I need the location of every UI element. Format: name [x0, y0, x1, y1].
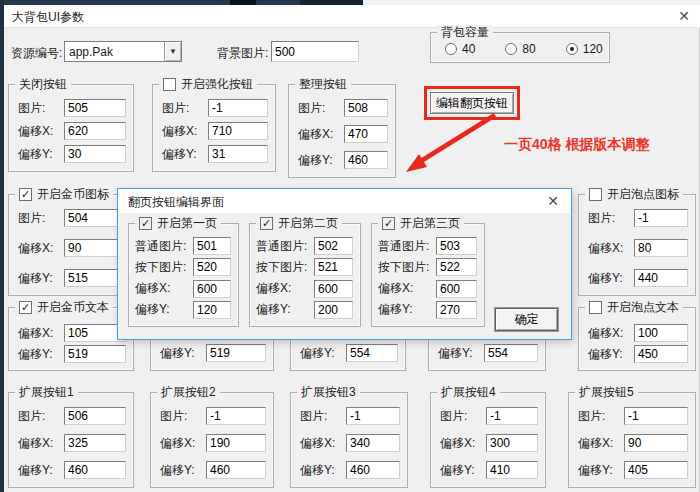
capacity-option-40[interactable]: 40 [445, 42, 475, 56]
capacity-option-80[interactable]: 80 [505, 42, 535, 56]
modal-close-icon[interactable]: ✕ [547, 193, 559, 209]
group-paodian-text: 开启泡点文本 偏移X: 偏移Y: [578, 307, 696, 371]
ok-button[interactable]: 确定 [495, 308, 558, 331]
normal-image-input[interactable] [314, 237, 353, 255]
group-coin-text: 开启金币文本 偏移X: 偏移Y: [8, 307, 134, 371]
offset-y-input[interactable] [206, 461, 266, 479]
offset-x-input[interactable] [634, 324, 688, 342]
group-close-button: 关闭按钮 图片: 偏移X: 偏移Y: [8, 84, 134, 172]
offset-y-input[interactable] [64, 345, 126, 363]
modal-page-button-editor: 翻页按钮编辑界面 ✕ 开启第一页 普通图片: 按下图片: 偏移X: 偏移Y: 开… [117, 188, 572, 340]
group-capacity: 背包容量 40 80 120 [430, 32, 610, 63]
normal-image-input[interactable] [193, 237, 231, 255]
offset-x-input[interactable] [344, 125, 388, 143]
resource-combobox[interactable]: app.Pak ▼ [64, 41, 182, 62]
offset-x-input[interactable] [64, 122, 126, 140]
coin-icon-checkbox[interactable] [19, 188, 32, 201]
paodian-text-checkbox[interactable] [589, 301, 602, 314]
edit-page-button[interactable]: 编辑翻页按钮 [430, 92, 514, 114]
offset-y-input[interactable] [624, 461, 688, 479]
image-input[interactable] [64, 407, 126, 425]
group-organize-button: 整理按钮 图片: 偏移X: 偏移Y: [288, 84, 396, 178]
resource-label: 资源编号: [11, 45, 62, 62]
offset-y-input[interactable] [344, 151, 388, 169]
group-enhance-button: 开启强化按钮 图片: 偏移X: 偏移Y: [152, 84, 276, 172]
offset-y-input[interactable] [346, 461, 400, 479]
image-input[interactable] [486, 407, 538, 425]
screen: 大背包UI参数 ✕ 资源编号: app.Pak ▼ 背景图片: 背包容量 40 … [0, 0, 700, 492]
offset-y-input[interactable] [436, 301, 477, 319]
group-page-1: 开启第一页 普通图片: 按下图片: 偏移X: 偏移Y: [128, 223, 239, 327]
pressed-image-input[interactable] [314, 258, 353, 276]
offset-x-input[interactable] [208, 122, 268, 140]
group-coin-icon: 开启金币图标 图片: 偏移X: 偏移Y: [8, 194, 134, 296]
coin-text-checkbox[interactable] [19, 301, 32, 314]
normal-image-input[interactable] [436, 237, 477, 255]
image-input[interactable] [64, 99, 126, 117]
modal-titlebar: 翻页按钮编辑界面 ✕ [118, 189, 571, 213]
offset-y-input[interactable] [484, 344, 538, 362]
image-input[interactable] [344, 99, 388, 117]
image-input[interactable] [208, 99, 268, 117]
offset-x-input[interactable] [436, 280, 477, 298]
offset-x-input[interactable] [624, 434, 688, 452]
offset-y-input[interactable] [206, 344, 266, 362]
offset-y-input[interactable] [64, 461, 126, 479]
offset-y-input[interactable] [314, 301, 353, 319]
group-paodian-icon: 开启泡点图标 图片: 偏移X: 偏移Y: [578, 194, 696, 296]
offset-y-input[interactable] [208, 145, 268, 163]
radio-icon[interactable] [445, 43, 457, 55]
background-image-label: 背景图片: [217, 45, 268, 62]
group-ext-button-5: 扩展按钮5 图片: 偏移X: 偏移Y: [568, 392, 696, 488]
image-input[interactable] [206, 407, 266, 425]
group-page-3: 开启第三页 普通图片: 按下图片: 偏移X: 偏移Y: [371, 223, 485, 327]
offset-y-input[interactable] [193, 301, 231, 319]
offset-x-input[interactable] [314, 280, 353, 298]
window-title: 大背包UI参数 [12, 9, 84, 26]
offset-y-input[interactable] [346, 344, 398, 362]
capacity-option-120[interactable]: 120 [566, 42, 603, 56]
offset-y-input[interactable] [486, 461, 538, 479]
offset-y-input[interactable] [64, 145, 126, 163]
offset-x-input[interactable] [346, 434, 400, 452]
background-image-input[interactable] [271, 41, 359, 62]
group-ext-button-3: 扩展按钮3 图片: 偏移X: 偏移Y: [290, 392, 408, 488]
pressed-image-input[interactable] [436, 258, 477, 276]
annotation-note: 一页40格 根据版本调整 [504, 136, 649, 154]
image-input[interactable] [346, 407, 400, 425]
offset-x-input[interactable] [634, 239, 688, 257]
group-ext-button-4: 扩展按钮4 图片: 偏移X: 偏移Y: [430, 392, 546, 488]
resource-value: app.Pak [65, 45, 164, 59]
radio-icon[interactable] [505, 43, 517, 55]
offset-y-input[interactable] [634, 269, 688, 287]
image-input[interactable] [634, 209, 688, 227]
close-icon[interactable]: ✕ [678, 8, 690, 24]
page-3-checkbox[interactable] [382, 217, 395, 230]
group-page-2: 开启第二页 普通图片: 按下图片: 偏移X: 偏移Y: [249, 223, 361, 327]
group-ext-button-2: 扩展按钮2 图片: 偏移X: 偏移Y: [150, 392, 274, 488]
offset-x-input[interactable] [486, 434, 538, 452]
paodian-icon-checkbox[interactable] [589, 188, 602, 201]
capacity-title: 背包容量 [441, 25, 489, 40]
main-titlebar: 大背包UI参数 ✕ [4, 5, 700, 28]
page-2-checkbox[interactable] [260, 217, 273, 230]
offset-x-input[interactable] [193, 280, 231, 298]
radio-icon[interactable] [566, 43, 578, 55]
enhance-checkbox[interactable] [163, 78, 176, 91]
pressed-image-input[interactable] [193, 258, 231, 276]
offset-y-input[interactable] [634, 345, 688, 363]
offset-x-input[interactable] [64, 434, 126, 452]
modal-title: 翻页按钮编辑界面 [128, 194, 224, 211]
group-ext-button-1: 扩展按钮1 图片: 偏移X: 偏移Y: [8, 392, 134, 488]
image-input[interactable] [624, 407, 688, 425]
chevron-down-icon[interactable]: ▼ [164, 42, 181, 61]
offset-x-input[interactable] [206, 434, 266, 452]
page-1-checkbox[interactable] [139, 217, 152, 230]
